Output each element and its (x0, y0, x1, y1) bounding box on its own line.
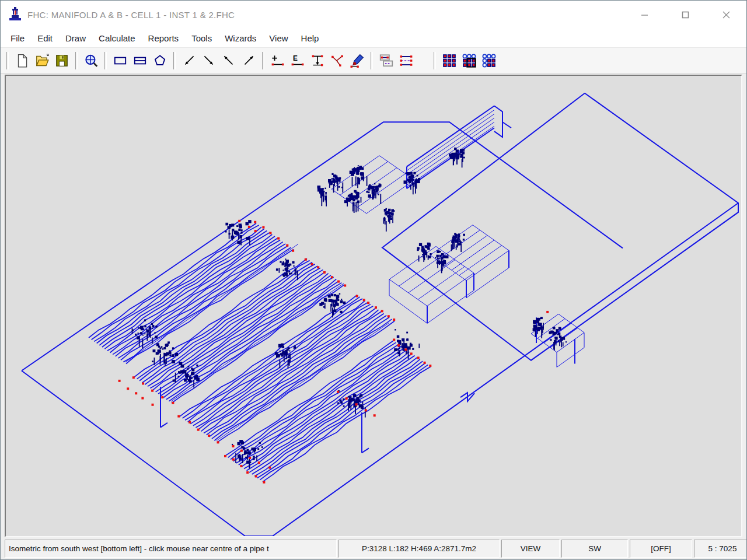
menu-draw[interactable]: Draw (59, 31, 92, 46)
iso-view-se-button[interactable] (199, 51, 219, 70)
toolbar-group (81, 51, 101, 70)
zoom-button[interactable] (81, 51, 101, 70)
range-paste-icon (399, 53, 414, 68)
zoom-extents-icon (83, 53, 99, 68)
toolbar-separator (75, 52, 78, 69)
draw-rectangle-button[interactable] (110, 51, 130, 70)
scale-panel: 5 : 7025 (694, 540, 747, 558)
iso-view-ne-button[interactable] (239, 51, 259, 70)
node-end-icon: E (290, 53, 305, 68)
iso-view-sw-button[interactable] (179, 51, 199, 70)
app-window: FHC: MANIFOLD A & B - CELL 1 - INST 1 & … (0, 0, 747, 560)
node-add-icon (270, 53, 285, 68)
maximize-button[interactable] (665, 1, 706, 29)
iso-view-nw-button[interactable] (219, 51, 239, 70)
menu-calculate[interactable]: Calculate (92, 31, 142, 46)
tee-node-button[interactable] (308, 51, 327, 70)
poly-tool-icon (152, 53, 167, 68)
toolbar-separator (434, 52, 436, 69)
isometric-drawing[interactable] (6, 76, 741, 536)
open-button[interactable] (32, 51, 52, 70)
toolbar-group (110, 51, 170, 70)
rect-split-icon (132, 53, 148, 68)
grid-full-icon (442, 53, 457, 68)
toolbar-separator (371, 52, 373, 69)
arrow-se-icon (201, 53, 217, 68)
menu-reports[interactable]: Reports (142, 31, 186, 46)
draw-pipe-button[interactable] (347, 51, 367, 70)
toolbar: E (1, 47, 746, 74)
sprinklers-all-button[interactable] (439, 51, 459, 70)
window-controls (624, 1, 746, 29)
app-icon (8, 6, 23, 23)
close-button[interactable] (706, 1, 746, 29)
pen-tool-icon (350, 53, 365, 68)
sprinklers-select-button[interactable] (459, 51, 479, 70)
sprinklers-partial-button[interactable] (479, 51, 499, 70)
menu-help[interactable]: Help (295, 31, 326, 46)
rect-tool-icon (113, 53, 128, 68)
menu-bar: FileEditDrawCalculateReportsToolsWizards… (1, 29, 746, 47)
toolbar-group (376, 51, 416, 70)
window-title: FHC: MANIFOLD A & B - CELL 1 - INST 1 & … (27, 10, 235, 20)
paste-range-button[interactable] (396, 51, 416, 70)
grid-box-icon (462, 53, 477, 68)
node-branch-icon (330, 53, 345, 68)
status-bar: Isometric from south west [bottom left] … (1, 538, 746, 559)
snap-panel: [OFF] (630, 540, 692, 558)
save-button[interactable] (52, 51, 72, 70)
menu-wizards[interactable]: Wizards (218, 31, 263, 46)
menu-edit[interactable]: Edit (31, 31, 59, 46)
node-markers (546, 311, 549, 313)
range-copy-icon (379, 53, 394, 68)
arrow-ne-icon (241, 53, 256, 68)
node-tee-icon (310, 53, 325, 68)
toolbar-group (179, 51, 259, 70)
drawing-canvas[interactable] (5, 75, 742, 537)
toolbar-separator (6, 52, 9, 69)
draw-split-rectangle-button[interactable] (130, 51, 150, 70)
title-bar: FHC: MANIFOLD A & B - CELL 1 - INST 1 & … (1, 1, 746, 29)
minimize-button[interactable] (624, 1, 665, 29)
view-direction-panel: SW (561, 540, 628, 558)
arrow-nw-icon (221, 53, 236, 68)
draw-polygon-button[interactable] (150, 51, 170, 70)
new-doc-icon (15, 53, 30, 68)
toolbar-group: E (268, 51, 367, 70)
arrow-sw-icon (181, 53, 197, 68)
toolbar-group (12, 51, 72, 70)
end-node-button[interactable]: E (288, 51, 308, 70)
metrics-panel: P:3128 L:182 H:469 A:2871.7m2 (338, 540, 500, 558)
branch-node-button[interactable] (327, 51, 347, 70)
add-node-button[interactable] (268, 51, 288, 70)
new-button[interactable] (12, 51, 32, 70)
save-floppy-icon (54, 53, 69, 68)
mode-panel: VIEW (501, 540, 560, 558)
toolbar-separator (262, 52, 264, 69)
copy-range-button[interactable] (376, 51, 396, 70)
hint-panel: Isometric from south west [bottom left] … (5, 540, 337, 558)
open-folder-icon (34, 53, 50, 68)
menu-tools[interactable]: Tools (185, 31, 218, 46)
menu-view[interactable]: View (263, 31, 294, 46)
toolbar-separator (104, 52, 107, 69)
toolbar-separator (173, 52, 176, 69)
toolbar-group (439, 51, 499, 70)
menu-file[interactable]: File (4, 31, 31, 46)
grid-corner-icon (481, 53, 497, 68)
svg-text:E: E (293, 54, 298, 62)
